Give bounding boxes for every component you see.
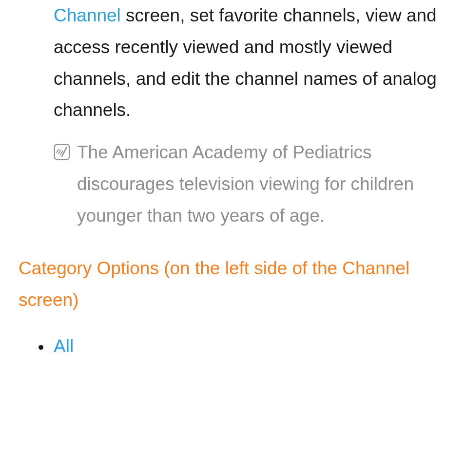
note-text: The American Academy of Pediatrics disco… [77,137,446,231]
page-content: Channel screen, set favorite channels, v… [0,0,465,377]
channel-link[interactable]: Channel [54,5,121,25]
category-link-all[interactable]: All [54,336,74,356]
note-icon [54,144,70,160]
list-item: All [52,331,465,362]
section-heading: Category Options (on the left side of th… [0,253,465,316]
note-block: The American Academy of Pediatrics disco… [0,137,465,231]
paragraph-1: Channel screen, set favorite channels, v… [0,0,465,126]
category-list: All [0,331,465,362]
